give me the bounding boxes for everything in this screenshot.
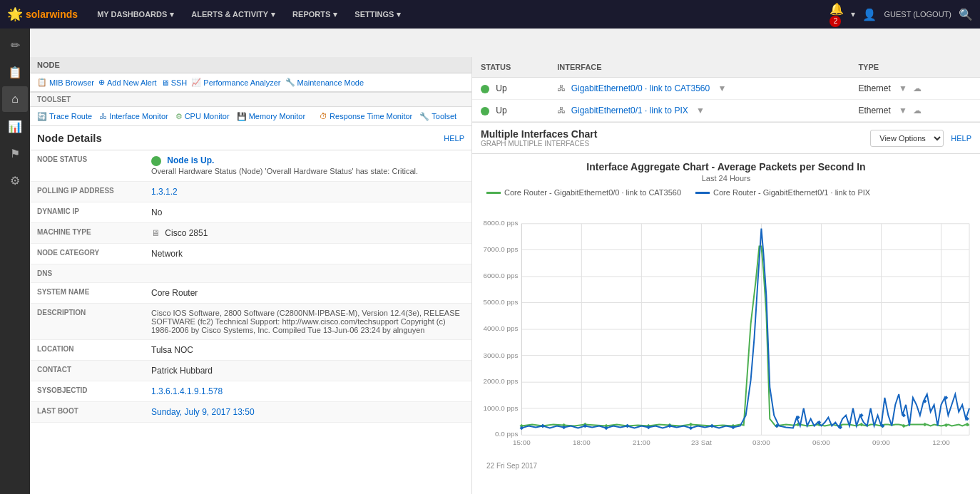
mib-browser-btn[interactable]: 📋 MIB Browser bbox=[37, 78, 94, 87]
sidebar-icon-flag[interactable]: ⚑ bbox=[2, 140, 28, 166]
col-header-interface: INTERFACE bbox=[548, 57, 849, 78]
field-label-system-name: SYSTEM NAME bbox=[30, 282, 144, 303]
svg-rect-54 bbox=[944, 423, 949, 428]
node-status-sub: Overall Hardware Status (Node) 'Overall … bbox=[151, 167, 418, 175]
chevron-down-icon: ▾ bbox=[271, 10, 275, 19]
table-row: NODE STATUS Node is Up. Overall Hardware… bbox=[30, 150, 471, 181]
trace-route-btn[interactable]: 🔄 Trace Route bbox=[37, 112, 92, 121]
sidebar-icon-file[interactable]: 📋 bbox=[2, 59, 28, 85]
interface-type-icon: 🖧 bbox=[557, 83, 566, 93]
solarwinds-logo: 🌟 solarwinds bbox=[7, 6, 78, 22]
maint-icon: 🔧 bbox=[285, 78, 295, 87]
svg-text:4000.0 pps: 4000.0 pps bbox=[483, 324, 518, 332]
sidebar-icon-edit[interactable]: ✏ bbox=[2, 32, 28, 58]
notification-bell[interactable]: 🔔 2 bbox=[830, 2, 844, 27]
interface-status-cell: Up bbox=[472, 78, 548, 100]
cpu-monitor-btn[interactable]: ⚙ CPU Monitor bbox=[175, 112, 230, 121]
field-label-node-category: NODE CATEGORY bbox=[30, 243, 144, 264]
user-icon: 👤 bbox=[862, 8, 877, 21]
sidebar-icon-chart[interactable]: 📊 bbox=[2, 113, 28, 139]
ssh-btn[interactable]: 🖥 SSH bbox=[161, 78, 188, 87]
node-details-help[interactable]: HELP bbox=[444, 134, 464, 143]
nav-item-dashboards[interactable]: MY DASHBOARDS ▾ bbox=[88, 0, 183, 29]
table-row: MACHINE TYPE 🖥 Cisco 2851 bbox=[30, 222, 471, 243]
chevron-down-icon: ▾ bbox=[397, 10, 401, 19]
brand: 🌟 solarwinds bbox=[7, 6, 78, 22]
add-alert-btn[interactable]: ⊕ Add New Alert bbox=[98, 78, 157, 87]
chart-help-link[interactable]: HELP bbox=[951, 134, 971, 143]
sysobjectid-link[interactable]: 1.3.6.1.4.1.9.1.578 bbox=[151, 386, 223, 396]
legend-item-green: Core Router - GigabitEthernet0/0 · link … bbox=[486, 188, 681, 197]
field-value-machine-type: 🖥 Cisco 2851 bbox=[144, 222, 471, 243]
chevron-down-icon: ▾ bbox=[333, 10, 337, 19]
field-value-node-status: Node is Up. Overall Hardware Status (Nod… bbox=[144, 150, 471, 181]
field-label-dynamic-ip: DYNAMIC IP bbox=[30, 202, 144, 222]
last-boot-link[interactable]: Sunday, July 9, 2017 13:50 bbox=[151, 407, 255, 417]
chart-header-section: Multiple Interfaces Chart GRAPH MULTIPLE… bbox=[472, 122, 980, 154]
table-row: POLLING IP ADDRESS 1.3.1.2 bbox=[30, 181, 471, 202]
expand-arrow-icon[interactable]: ▼ bbox=[696, 106, 705, 115]
add-alert-icon: ⊕ bbox=[98, 78, 105, 87]
nav-item-alerts[interactable]: ALERTS & ACTIVITY ▾ bbox=[183, 0, 284, 29]
status-dot bbox=[481, 107, 489, 115]
svg-text:1000.0 pps: 1000.0 pps bbox=[483, 404, 518, 412]
toolset-tools: 🔄 Trace Route 🖧 Interface Monitor ⚙ CPU … bbox=[30, 107, 471, 126]
interface-link[interactable]: GigabitEthernet0/1 · link to PIX bbox=[571, 106, 688, 115]
maintenance-mode-btn[interactable]: 🔧 Maintenance Mode bbox=[285, 78, 364, 87]
nav-dropdown-arrow[interactable]: ▾ bbox=[851, 9, 855, 19]
legend-label-blue: Core Router - GigabitEthernet0/1 · link … bbox=[713, 188, 870, 197]
toolset-btn[interactable]: 🔧 Toolset bbox=[419, 112, 456, 121]
type-expand-icon[interactable]: ▼ bbox=[899, 83, 907, 93]
polling-ip-link[interactable]: 1.3.1.2 bbox=[151, 187, 178, 197]
field-label-contact: CONTACT bbox=[30, 360, 144, 381]
trace-icon: 🔄 bbox=[37, 112, 47, 121]
interface-table: STATUS INTERFACE TYPE Up 🖧 GigabitEthern… bbox=[472, 57, 980, 122]
svg-text:6000.0 pps: 6000.0 pps bbox=[483, 272, 518, 279]
svg-rect-60 bbox=[604, 426, 608, 431]
response-time-monitor-btn[interactable]: ⏱ Response Time Monitor bbox=[320, 112, 412, 120]
interface-monitor-btn[interactable]: 🖧 Interface Monitor bbox=[99, 112, 168, 120]
svg-rect-56 bbox=[520, 426, 524, 431]
field-label-polling-ip: POLLING IP ADDRESS bbox=[30, 181, 144, 202]
field-label-location: LOCATION bbox=[30, 339, 144, 360]
field-label-machine-type: MACHINE TYPE bbox=[30, 222, 144, 243]
nav-item-settings[interactable]: SETTINGS ▾ bbox=[346, 0, 409, 29]
node-details-table: NODE STATUS Node is Up. Overall Hardware… bbox=[30, 150, 471, 423]
sidebar-icon-gear[interactable]: ⚙ bbox=[2, 168, 28, 193]
memory-icon: 💾 bbox=[237, 112, 247, 121]
legend-item-blue: Core Router - GigabitEthernet0/1 · link … bbox=[695, 188, 870, 197]
svg-rect-50 bbox=[859, 423, 864, 427]
type-expand-icon[interactable]: ▼ bbox=[899, 106, 907, 115]
status-indicator bbox=[151, 156, 161, 166]
nav-item-reports[interactable]: REPORTS ▾ bbox=[284, 0, 346, 29]
field-value-last-boot: Sunday, July 9, 2017 13:50 bbox=[144, 401, 471, 422]
chart-header-left: Multiple Interfaces Chart GRAPH MULTIPLE… bbox=[481, 128, 597, 148]
sidebar-icon-home[interactable]: ⌂ bbox=[2, 86, 28, 112]
field-value-dns bbox=[144, 264, 471, 282]
svg-rect-43 bbox=[689, 423, 693, 427]
node-up-text: Node is Up. bbox=[167, 155, 214, 165]
interface-table-row: Up 🖧 GigabitEthernet0/1 · link to PIX ▼ … bbox=[472, 100, 980, 122]
search-icon[interactable]: 🔍 bbox=[959, 8, 973, 21]
machine-icon: 🖥 bbox=[151, 228, 160, 238]
toolset-header: TOOLSET bbox=[30, 92, 471, 107]
table-row: DESCRIPTION Cisco IOS Software, 2800 Sof… bbox=[30, 303, 471, 339]
performance-analyzer-btn[interactable]: 📈 Performance Analyzer bbox=[191, 78, 280, 87]
chevron-down-icon: ▾ bbox=[170, 10, 174, 19]
col-header-status: STATUS bbox=[472, 57, 548, 78]
interface-name-cell: 🖧 GigabitEthernet0/1 · link to PIX ▼ bbox=[548, 100, 849, 122]
chart-title: Interface Aggregate Chart - Average Pack… bbox=[479, 161, 973, 173]
interface-link[interactable]: GigabitEthernet0/0 · link to CAT3560 bbox=[571, 83, 710, 93]
legend-color-green bbox=[486, 192, 501, 194]
view-options-select[interactable]: View Options bbox=[870, 130, 944, 147]
user-label[interactable]: GUEST (LOGOUT) bbox=[884, 10, 951, 19]
expand-arrow-icon[interactable]: ▼ bbox=[718, 83, 727, 93]
toolset-icon: 🔧 bbox=[419, 112, 429, 121]
chart-section-title: Multiple Interfaces Chart bbox=[481, 128, 597, 140]
svg-text:06:00: 06:00 bbox=[812, 438, 830, 446]
svg-text:18:00: 18:00 bbox=[573, 438, 591, 446]
cloud-icon: ☁ bbox=[913, 106, 922, 115]
memory-monitor-btn[interactable]: 💾 Memory Monitor bbox=[237, 112, 305, 121]
legend-color-blue bbox=[695, 192, 710, 194]
table-row: LAST BOOT Sunday, July 9, 2017 13:50 bbox=[30, 401, 471, 422]
